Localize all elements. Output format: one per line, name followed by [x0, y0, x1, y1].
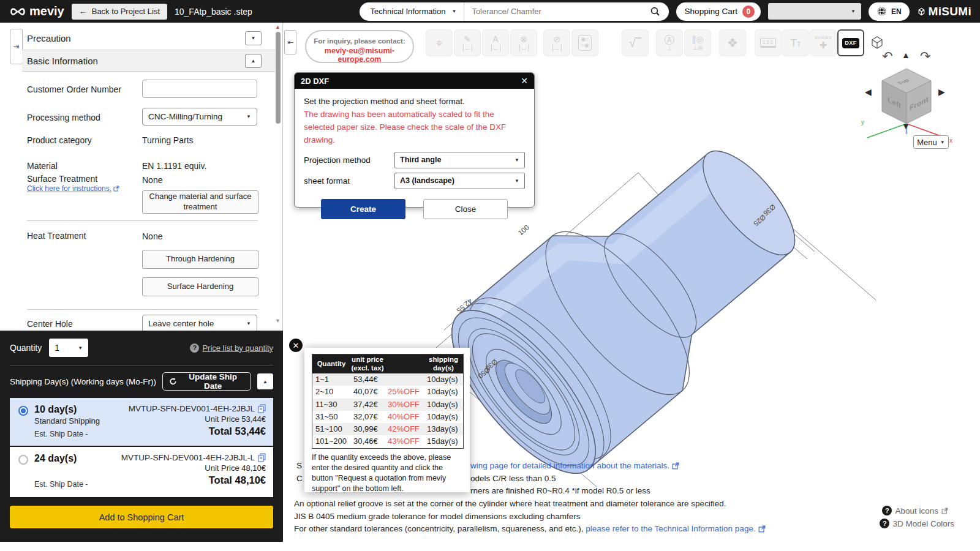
precaution-section-header[interactable]: Precaution ▼ [27, 31, 262, 45]
wireframe-cube-icon[interactable] [872, 37, 882, 48]
search-icon[interactable] [650, 6, 669, 17]
scrollbar-thumb[interactable] [276, 32, 281, 124]
rotate-left-icon[interactable]: ↶ [882, 50, 893, 62]
divider [27, 220, 258, 221]
chevron-down-icon: ▼ [514, 157, 519, 163]
radio-selected[interactable] [18, 406, 28, 416]
help-icon: ? [882, 506, 892, 515]
panel-expand-handle[interactable]: ⇤ [284, 30, 296, 54]
collapse-section-button[interactable]: ▲ [245, 54, 262, 68]
unit-price: Unit Price 53,44€ [129, 414, 266, 424]
view-left-arrow[interactable]: ◀ [865, 88, 872, 96]
external-link-icon [113, 186, 119, 192]
radio-unselected[interactable] [18, 455, 28, 465]
price-list-link[interactable]: ? Price list by quantity [190, 343, 273, 353]
back-arrow-icon: ← [79, 7, 87, 16]
view-right-arrow[interactable]: ▶ [938, 88, 945, 96]
chevron-down-icon: ▼ [246, 321, 251, 326]
chevron-down-icon: ▼ [851, 9, 856, 14]
model-colors-link[interactable]: ? 3D Model Colors [880, 519, 954, 528]
heat-treatment-label: Heat Treatment [27, 231, 86, 241]
shipping-option-economy[interactable]: 24 day(s) Est. Ship Date - MVTUP-SFN-DEV… [10, 447, 273, 497]
shipping-option-standard[interactable]: 10 day(s) Standard Shipping Est. Ship Da… [10, 398, 273, 446]
note-line: An optional relief groove is set at the … [294, 499, 726, 508]
axis-y-label: y [861, 119, 864, 126]
scrollbar-up-arrow[interactable]: ▲ [275, 24, 281, 30]
change-material-button[interactable]: Change material and surface treatment [142, 190, 258, 214]
divider [10, 365, 273, 365]
misumi-box-icon [917, 7, 926, 17]
popup-close-icon[interactable]: ✕ [288, 337, 304, 353]
total-price: Total 48,10€ [121, 474, 266, 486]
note-fragment: S [296, 461, 302, 470]
quantity-select[interactable]: 1 ▼ [49, 339, 88, 357]
dxf-modal: 2D DXF ✕ Set the projection method and s… [294, 72, 535, 208]
basic-information-row: Basic Information ▲ [27, 54, 262, 68]
shopping-cart-button[interactable]: Shopping Cart 0 [676, 2, 761, 21]
search-input[interactable] [464, 7, 649, 16]
heat-treatment-value: None [142, 231, 162, 241]
meviy-logo[interactable]: meviy [9, 4, 64, 18]
modal-instruction: Set the projection method and sheet form… [304, 97, 525, 106]
back-to-project-list-button[interactable]: ← Back to Project List [72, 4, 167, 20]
external-link-icon [672, 462, 679, 470]
sheet-format-select[interactable]: A3 (landscape) ▼ [394, 173, 525, 189]
processing-method-select[interactable]: CNC-Milling/Turning ▼ [142, 108, 257, 126]
order-panel: Quantity 1 ▼ ? Price list by quantity Sh… [0, 331, 283, 542]
product-category-value: Turning Parts [142, 135, 194, 145]
technical-information-dropdown[interactable]: Technical Information ▼ [360, 2, 465, 21]
scrollbar-down-arrow[interactable]: ▼ [275, 318, 281, 324]
note-line: odels C/R less than 0.5 [470, 474, 556, 483]
help-icon: ? [190, 343, 199, 353]
shipping-days-label: Shipping Day(s) (Working days (Mo-Fr)) [10, 377, 156, 386]
surface-treatment-label: Surface Treatment [27, 174, 97, 184]
copy-icon[interactable] [258, 404, 266, 413]
view-down-arrow[interactable]: ▼ [902, 122, 910, 130]
dimension-label: 100 [517, 223, 530, 237]
sheet-format-label: sheet format [304, 176, 394, 186]
price-list-popup: Quantity unit price (excl. tax) shipping… [304, 348, 470, 492]
customer-order-number-input[interactable] [142, 80, 257, 98]
rotate-right-icon[interactable]: ↷ [920, 50, 931, 62]
modal-header: 2D DXF ✕ [295, 73, 534, 89]
collapse-panel-button[interactable]: ▲ [257, 373, 273, 389]
add-to-shopping-cart-button[interactable]: Add to Shopping Cart [10, 506, 273, 528]
viewer-menu-button[interactable]: Menu ▼ [913, 135, 949, 149]
view-up-arrow[interactable]: ▲ [902, 51, 910, 59]
about-icons-link[interactable]: ? About icons [882, 506, 948, 515]
divider [27, 309, 258, 310]
surface-hardening-button[interactable]: Surface Hardening [142, 277, 258, 296]
quantity-label: Quantity [10, 343, 42, 353]
file-name: 10_FAtp_basic .step [175, 7, 252, 17]
brand-text: meviy [29, 4, 64, 18]
expand-section-button[interactable]: ▼ [245, 31, 262, 45]
instructions-link[interactable]: Click here for instructions. [27, 184, 119, 193]
note-line: For other standard tolerances (concentri… [294, 524, 766, 533]
project-dropdown[interactable]: ▼ [768, 3, 861, 20]
external-link-icon [758, 525, 766, 533]
viewer-area: 100 42.55 Ø36 Ø25 Ø30 Ø50 ⇤ For inquiry,… [283, 23, 980, 551]
modal-warning: The drawing has been automatically scale… [304, 108, 525, 147]
close-icon[interactable]: ✕ [521, 76, 528, 86]
price-popup-note: If the quantity exceeds the above, pleas… [312, 452, 462, 495]
update-ship-date-button[interactable]: Update Ship Date [162, 372, 251, 391]
misumi-logo[interactable]: MiSUMi [917, 5, 971, 18]
projection-method-label: Projection method [304, 156, 394, 165]
price-table-row: 31~50 32,07€ 40%OFF 10day(s) [312, 411, 463, 423]
language-selector[interactable]: EN [869, 2, 910, 21]
center-hole-select[interactable]: Leave center hole ▼ [142, 315, 257, 331]
price-table-row: 11~30 37,42€ 30%OFF 10day(s) [312, 399, 463, 411]
through-hardening-button[interactable]: Through Hardening [142, 250, 258, 269]
close-button[interactable]: Close [423, 199, 508, 219]
surface-treatment-value: None [142, 175, 162, 185]
material-label: Material [27, 161, 58, 171]
projection-method-select[interactable]: Third angle ▼ [394, 152, 525, 168]
copy-icon[interactable] [258, 453, 266, 462]
price-table-row: 101~200 30,46€ 43%OFF 15day(s) [312, 435, 463, 448]
contact-email[interactable]: meviy-eu@misumi-europe.com [306, 47, 413, 64]
materials-info-link[interactable]: wing page for detailed information about… [470, 461, 679, 470]
create-button[interactable]: Create [321, 199, 405, 219]
sidebar-collapse-handle[interactable]: ⇥ [10, 29, 23, 64]
note-fragment: C [296, 474, 303, 483]
technical-information-link[interactable]: please refer to the Technical Informatio… [586, 524, 765, 533]
